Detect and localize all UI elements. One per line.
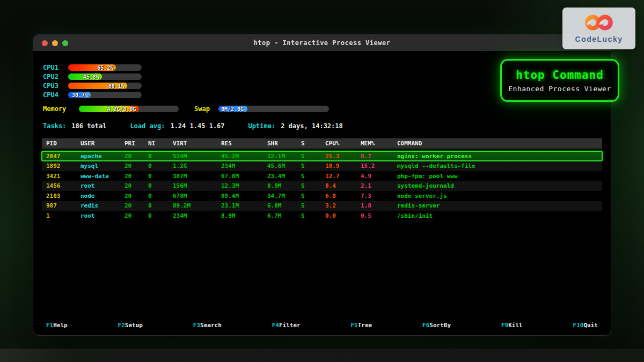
cell-pri: 20 — [120, 212, 144, 219]
column-header-s[interactable]: S — [297, 140, 321, 147]
process-table: PIDUSERPRINIVIRTRESSHRSCPU%MEM%COMMAND 2… — [42, 138, 602, 220]
cell-virt: 524M — [169, 153, 217, 160]
process-row[interactable]: 1892mysql2001.2G234M45.6MS18.915.2mysqld… — [42, 161, 602, 171]
cell-virt: 678M — [169, 193, 217, 200]
process-row[interactable]: 3421www-data200387M67.8M23.4MS12.74.9php… — [42, 171, 602, 181]
cell-shr: 12.1M — [263, 153, 297, 160]
cell-pid: 3421 — [42, 173, 76, 180]
cell-virt: 234M — [169, 212, 217, 219]
cell-pid: 2847 — [42, 153, 76, 160]
fkey-setup[interactable]: F2Setup — [118, 322, 143, 329]
stat-group: Tasks:186 total — [43, 122, 106, 131]
column-header-pri[interactable]: PRI — [120, 140, 144, 147]
cpu-meter-fill: 45.8% — [68, 73, 102, 80]
cell-pri: 20 — [120, 202, 144, 209]
column-header-shr[interactable]: SHR — [263, 140, 297, 147]
fkey-help[interactable]: F1Help — [46, 322, 68, 329]
cell-virt: 89.2M — [169, 202, 217, 209]
cpu-meter-track: 80.1% — [68, 83, 142, 89]
cell-user: root — [76, 212, 120, 219]
badge-subtitle: Enhanced Process Viewer — [508, 85, 611, 93]
fkey-label: Tree — [358, 322, 372, 329]
window-title: htop - Interactive Process Viewer — [33, 39, 611, 47]
column-header-ni[interactable]: NI — [144, 140, 169, 147]
fkey-label: Search — [200, 322, 222, 329]
stats-line: Tasks:186 totalLoad avg:1.24 1.45 1.67Up… — [43, 122, 601, 131]
fkey-filter[interactable]: F4Filter — [272, 322, 301, 329]
cell-mem: 15.2 — [356, 162, 393, 169]
cell-mem: 2.1 — [356, 182, 393, 189]
cell-ni: 0 — [144, 212, 169, 219]
fkey-number: F1 — [46, 322, 53, 329]
swap-meter: 0M/2.0G — [218, 106, 329, 112]
fkey-sortby[interactable]: F6SortBy — [422, 322, 451, 329]
cell-ni: 0 — [144, 153, 169, 160]
column-header-res[interactable]: RES — [217, 140, 263, 147]
cpu-meter-value: 45.8% — [83, 73, 99, 79]
process-row[interactable]: 2103node200678M89.4M34.7MS6.87.3node ser… — [42, 191, 602, 201]
stat-value: 186 total — [71, 122, 106, 131]
fkey-label: SortBy — [429, 322, 451, 329]
column-header-command[interactable]: COMMAND — [393, 140, 602, 147]
fkey-kill[interactable]: F9Kill — [501, 322, 523, 329]
cpu-meter-value: 65.2% — [97, 64, 113, 70]
brand-watermark: CodeLucky — [562, 8, 635, 49]
fkey-tree[interactable]: F5Tree — [351, 322, 372, 329]
fkey-quit[interactable]: F10Quit — [573, 322, 598, 329]
process-row-selected[interactable]: 2847apache200524M45.2M12.1MS25.38.7nginx… — [42, 151, 602, 161]
stat-group: Uptime:2 days, 14:32:18 — [248, 122, 343, 131]
cpu-meter-track: 45.8% — [68, 73, 142, 80]
fkey-number: F9 — [501, 322, 508, 329]
cell-command: systemd-journald — [393, 182, 602, 189]
fkey-number: F2 — [118, 322, 125, 329]
fkey-label: Setup — [125, 322, 143, 329]
column-header-user[interactable]: USER — [76, 140, 120, 147]
stat-label: Load avg: — [130, 122, 165, 131]
cell-s: S — [297, 193, 321, 200]
cell-user: node — [76, 193, 120, 200]
cpu-meter-fill: 65.2% — [68, 64, 116, 71]
cell-cpu: 8.4 — [321, 182, 356, 189]
cell-user: www-data — [76, 173, 120, 180]
process-row[interactable]: 987redis20089.2M23.1M6.8MS3.21.8redis-se… — [42, 201, 602, 211]
cpu-meter-value: 30.7% — [72, 92, 88, 98]
cell-command: mysqld --defaults-file — [393, 162, 602, 169]
fkey-search[interactable]: F3Search — [193, 322, 222, 329]
cell-user: mysql — [76, 162, 120, 169]
process-table-body: 2847apache200524M45.2M12.1MS25.38.7nginx… — [42, 151, 602, 220]
desktop-bottom-strip — [0, 349, 644, 362]
memory-meter-value: 4.2G/8.0G — [107, 106, 136, 112]
cell-s: S — [297, 202, 321, 209]
window-titlebar: htop - Interactive Process Viewer — [33, 35, 611, 51]
cell-res: 67.8M — [217, 173, 263, 180]
process-row[interactable]: 1root200234M8.9M6.7MS0.00.5/sbin/init — [42, 211, 602, 220]
column-header-mem[interactable]: MEM% — [356, 140, 393, 147]
column-header-cpu[interactable]: CPU% — [321, 140, 356, 147]
column-header-pid[interactable]: PID — [42, 140, 76, 147]
cpu-meter-fill: 30.7% — [68, 92, 91, 98]
fkey-number: F5 — [351, 322, 358, 329]
fkey-number: F3 — [193, 322, 200, 329]
cell-ni: 0 — [144, 193, 169, 200]
column-header-virt[interactable]: VIRT — [169, 140, 217, 147]
memory-swap-row: Memory 4.2G/8.0G Swap 0M/2.0G — [43, 104, 601, 113]
cell-cpu: 6.8 — [321, 193, 356, 200]
process-row[interactable]: 1456root200156M12.3M8.9MS8.42.1systemd-j… — [42, 181, 602, 191]
cell-pri: 20 — [120, 173, 144, 180]
cell-cpu: 25.3 — [321, 153, 356, 160]
cell-virt: 387M — [169, 173, 217, 180]
cpu-meter-label: CPU1 — [43, 64, 68, 71]
fkey-number: F10 — [573, 322, 584, 329]
cell-res: 234M — [217, 162, 263, 169]
cpu-meter-label: CPU4 — [43, 91, 68, 99]
cpu-meter-fill: 80.1% — [68, 83, 127, 89]
cell-shr: 8.9M — [263, 182, 297, 189]
cell-user: apache — [76, 153, 120, 160]
cpu-meter-label: CPU2 — [43, 73, 68, 80]
cell-user: redis — [76, 202, 120, 209]
cell-res: 8.9M — [217, 212, 263, 219]
cell-res: 45.2M — [217, 153, 263, 160]
swap-meter-fill: 0M/2.0G — [218, 106, 247, 112]
process-table-header: PIDUSERPRINIVIRTRESSHRSCPU%MEM%COMMAND — [42, 138, 602, 149]
cell-virt: 156M — [169, 182, 217, 189]
